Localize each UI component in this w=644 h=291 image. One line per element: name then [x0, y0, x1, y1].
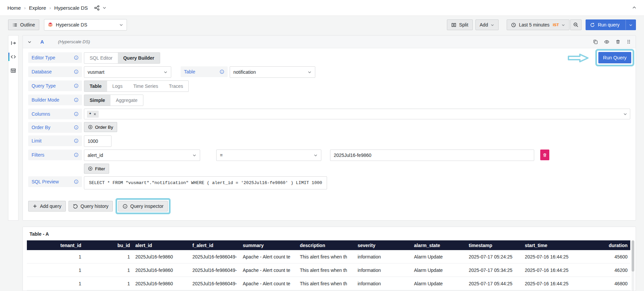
remove-filter-button[interactable]: [540, 150, 549, 160]
info-icon[interactable]: [74, 112, 79, 116]
expand-pane-icon[interactable]: [8, 39, 18, 47]
cell-timestamp: 2025-07-17 05:34:25: [466, 264, 522, 277]
info-icon[interactable]: [74, 179, 79, 184]
editor-type-builder-option[interactable]: Query Builder: [118, 53, 160, 63]
column-header-alert-id[interactable]: alert_id: [133, 240, 190, 250]
cell-f-alert-id: 2025Jul16-fe986049-: [190, 250, 240, 263]
run-query-toolbar-button[interactable]: Run query: [586, 19, 636, 30]
column-header-summary[interactable]: summary: [240, 240, 297, 250]
remove-tag-icon[interactable]: [93, 113, 96, 116]
breadcrumb-separator: ›: [24, 5, 26, 10]
chevron-down-icon[interactable]: [102, 6, 106, 10]
breadcrumb-explore[interactable]: Explore: [29, 5, 46, 11]
breadcrumb-home[interactable]: Home: [7, 5, 21, 11]
chevron-down-icon: [308, 70, 312, 74]
info-icon[interactable]: [74, 153, 79, 157]
chevron-down-icon: [164, 70, 168, 74]
column-header-description[interactable]: description: [297, 240, 355, 250]
chevron-down-icon: [314, 153, 318, 157]
history-icon: [73, 204, 78, 209]
hide-response-eye-icon[interactable]: [604, 39, 609, 45]
split-label: Split: [459, 22, 468, 27]
column-header-f-alert-id[interactable]: f_alert_id: [190, 240, 240, 250]
filter-value-input[interactable]: [330, 150, 534, 161]
explore-toolbar: Outline Hyperscale DS: [8, 19, 636, 31]
cell-summary: Apache - Alert count te: [240, 250, 297, 263]
database-select[interactable]: vusmart: [84, 66, 171, 78]
plus-circle-icon: [88, 166, 93, 171]
cell-bu-id: 1: [84, 250, 133, 263]
split-icon: [451, 22, 456, 27]
cell-tenant-id: 1: [27, 264, 84, 277]
query-row-header[interactable]: A (Hyperscale DS): [23, 36, 636, 48]
builder-mode-simple-option[interactable]: Simple: [84, 95, 110, 106]
editor-type-label: Editor Type: [28, 52, 82, 63]
time-range-button[interactable]: Last 5 minutes IST: [507, 19, 569, 30]
info-icon[interactable]: [220, 69, 224, 74]
outline-button[interactable]: Outline: [8, 19, 39, 30]
cell-alert-id: 2025Jul16-fe9860: [133, 250, 190, 263]
column-header-start-time[interactable]: start_time: [522, 240, 589, 250]
filter-operator-select[interactable]: =: [216, 150, 321, 161]
query-type-table-option[interactable]: Table: [84, 81, 107, 92]
query-type-switch: Table Logs Time Series Traces: [84, 80, 189, 92]
query-type-label: Query Type: [28, 80, 82, 91]
order-by-label: Order By: [28, 122, 82, 133]
columns-multiselect[interactable]: *: [84, 109, 630, 119]
column-header-duration[interactable]: duration: [589, 240, 630, 250]
limit-input[interactable]: [84, 135, 111, 147]
remove-query-trash-icon[interactable]: [615, 39, 620, 44]
column-header-tenant-id[interactable]: tenant_id: [27, 240, 84, 250]
run-query-caret[interactable]: [626, 20, 636, 30]
column-header-severity[interactable]: severity: [355, 240, 411, 250]
add-filter-button[interactable]: Filter: [84, 164, 109, 174]
info-icon[interactable]: [74, 138, 79, 143]
info-icon[interactable]: [74, 69, 79, 74]
table-scrollbar-thumb[interactable]: [632, 240, 634, 272]
add-query-button[interactable]: Add query: [28, 201, 66, 212]
drag-handle-icon[interactable]: [627, 39, 631, 44]
time-range-label: Last 5 minutes: [519, 22, 549, 27]
column-header-alarm-state[interactable]: alarm_state: [411, 240, 466, 250]
outline-icon: [12, 22, 17, 27]
query-type-traces-option[interactable]: Traces: [164, 81, 188, 92]
info-circle-icon: [123, 204, 128, 209]
cell-alarm-state: Alarm Update: [411, 264, 466, 277]
filter-field-select[interactable]: alert_id: [84, 150, 200, 161]
outline-label: Outline: [20, 22, 35, 27]
info-icon[interactable]: [74, 83, 79, 88]
zoom-out-button[interactable]: [570, 19, 582, 30]
datasource-picker[interactable]: Hyperscale DS: [44, 19, 127, 31]
editor-type-sql-option[interactable]: SQL Editor: [84, 53, 118, 63]
add-order-by-button[interactable]: Order By: [84, 122, 117, 132]
info-icon[interactable]: [74, 125, 79, 130]
filter-operator-value: =: [220, 153, 223, 158]
split-button[interactable]: Split: [447, 19, 472, 30]
query-inspector-button[interactable]: Query inspector: [118, 201, 168, 212]
table-row: 1 1 2025Jul16-fe9860 2025Jul16-fe986049-…: [27, 277, 630, 290]
builder-mode-aggregate-option[interactable]: Aggregate: [110, 95, 143, 106]
collapse-top-icon[interactable]: [632, 5, 637, 10]
duplicate-query-icon[interactable]: [593, 39, 598, 44]
info-icon[interactable]: [74, 55, 79, 60]
column-header-bu-id[interactable]: bu_id: [84, 240, 133, 250]
cell-severity: information: [355, 264, 411, 277]
query-history-button[interactable]: Query history: [68, 201, 113, 212]
share-icon[interactable]: [94, 5, 100, 11]
run-query-editor-button[interactable]: Run Query: [598, 52, 631, 63]
limit-label: Limit: [28, 135, 82, 146]
sql-preview-text: SELECT * FROM "vusmart"."notification" W…: [84, 176, 327, 189]
chevron-down-icon[interactable]: [28, 40, 32, 44]
query-type-timeseries-option[interactable]: Time Series: [128, 81, 164, 92]
cell-description: This alert fires when th: [297, 250, 355, 263]
cell-timestamp: 2025-07-17 05:24:25: [466, 250, 522, 263]
query-inspector-highlight-box: Query inspector: [116, 198, 171, 214]
add-dropdown-button[interactable]: Add: [475, 19, 499, 30]
cell-start-time: 2025-07-16 16:44:25: [522, 264, 589, 277]
table-view-icon[interactable]: [8, 66, 18, 75]
column-header-timestamp[interactable]: timestamp: [466, 240, 522, 250]
table-select[interactable]: notification: [230, 66, 315, 78]
code-view-icon[interactable]: [8, 53, 18, 61]
query-type-logs-option[interactable]: Logs: [107, 81, 128, 92]
info-icon[interactable]: [74, 98, 79, 102]
